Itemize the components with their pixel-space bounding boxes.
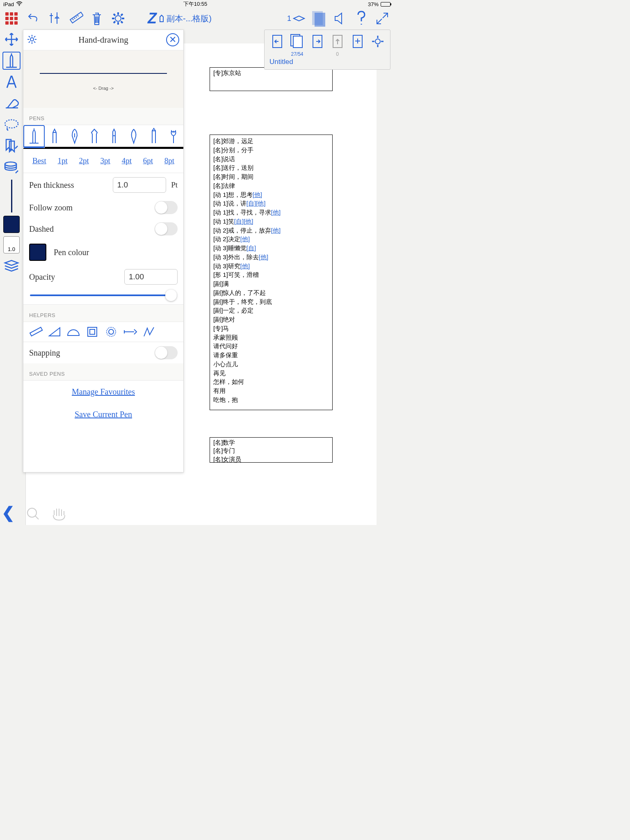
size-option[interactable]: 1pt xyxy=(57,156,67,165)
pen-type-highlighter[interactable] xyxy=(144,125,164,148)
page-upload-icon[interactable] xyxy=(327,32,347,51)
svg-rect-16 xyxy=(30,327,42,336)
opacity-slider[interactable] xyxy=(23,289,183,305)
pages-icon[interactable] xyxy=(310,10,326,27)
size-option[interactable]: Best xyxy=(32,156,46,165)
status-time: 下午10:55 xyxy=(183,0,208,8)
bookmarks-icon[interactable] xyxy=(2,137,21,155)
stroke-preview xyxy=(11,180,12,212)
close-icon[interactable] xyxy=(166,33,179,46)
move-icon[interactable] xyxy=(2,30,21,48)
svg-rect-7 xyxy=(293,36,302,48)
snapping-toggle[interactable] xyxy=(155,346,178,359)
panel-settings-icon[interactable] xyxy=(27,34,37,46)
svg-point-19 xyxy=(107,327,116,336)
thickness-input[interactable] xyxy=(113,177,166,193)
trash-icon[interactable] xyxy=(89,10,105,27)
svg-rect-18 xyxy=(90,329,95,334)
follow-zoom-toggle[interactable] xyxy=(155,201,178,214)
page-settings-icon[interactable] xyxy=(368,32,388,51)
collapse-chevron-icon[interactable]: ❮ xyxy=(2,504,15,522)
opacity-row: Opacity xyxy=(23,265,183,289)
svg-point-12 xyxy=(375,39,380,44)
wifi-icon xyxy=(16,1,23,7)
table-cell: [名]数学[名]专门[名]女演员 xyxy=(210,437,333,463)
table-cell: [名]郊游，远足[名]分别，分手[名]说话[名]送行，送别[名]时间，期间[名]… xyxy=(210,135,333,410)
help-icon[interactable] xyxy=(353,10,369,27)
section-label: PENS xyxy=(23,108,183,125)
pen-tool-icon[interactable] xyxy=(2,52,21,70)
triangle-helper-icon[interactable] xyxy=(46,324,63,339)
pen-type-brush[interactable] xyxy=(124,125,144,148)
svg-rect-17 xyxy=(88,327,97,336)
protractor-helper-icon[interactable] xyxy=(65,324,82,339)
size-option[interactable]: 8pt xyxy=(164,156,174,165)
page-prev-icon[interactable] xyxy=(267,32,287,51)
pen-colour-row: Pen colour xyxy=(23,240,183,265)
helper-row xyxy=(23,322,183,342)
color-swatch-secondary[interactable]: 1.0 xyxy=(3,236,20,253)
battery-label: 37% xyxy=(368,1,379,7)
size-option[interactable]: 3pt xyxy=(100,156,110,165)
bottom-tools xyxy=(25,506,68,522)
tape-helper-icon[interactable] xyxy=(122,324,138,339)
document-title[interactable]: 副本-...格版) xyxy=(167,13,212,24)
status-bar: iPad 下午10:55 37% xyxy=(0,0,394,8)
pen-type-pencil[interactable] xyxy=(45,125,64,148)
square-helper-icon[interactable] xyxy=(84,324,100,339)
layers-icon[interactable] xyxy=(2,158,21,176)
nav-doc-name[interactable]: Untitled xyxy=(267,57,388,67)
pen-type-marker[interactable] xyxy=(84,125,104,148)
page-indicator[interactable]: 1 xyxy=(287,14,305,23)
pen-type-calligraphy[interactable] xyxy=(164,125,183,148)
stroke-preview-area[interactable]: <- Drag -> xyxy=(23,50,183,108)
page-stack-icon[interactable] xyxy=(287,32,307,51)
apps-grid-icon[interactable] xyxy=(3,10,20,27)
opacity-input[interactable] xyxy=(124,269,178,285)
page-add-icon[interactable] xyxy=(347,32,368,51)
device-label: iPad xyxy=(3,1,14,7)
svg-point-0 xyxy=(19,5,20,6)
pen-type-row xyxy=(23,125,183,149)
snapping-row: Snapping xyxy=(23,342,183,363)
size-option[interactable]: 2pt xyxy=(79,156,89,165)
size-option[interactable]: 4pt xyxy=(122,156,132,165)
svg-point-15 xyxy=(30,38,34,41)
follow-zoom-row: Follow zoom xyxy=(23,197,183,218)
ruler-helper-icon[interactable] xyxy=(27,324,44,339)
app-logo: Z 副本-...格版) xyxy=(148,10,212,27)
top-toolbar: Z 副本-...格版) 1 xyxy=(0,8,394,29)
dashed-row: Dashed xyxy=(23,218,183,240)
stack-icon[interactable] xyxy=(2,257,21,275)
pen-colour-swatch[interactable] xyxy=(29,244,46,261)
ruler-icon[interactable] xyxy=(67,10,84,27)
svg-point-2 xyxy=(115,16,121,21)
color-swatch-primary[interactable] xyxy=(3,216,20,233)
section-label: SAVED PENS xyxy=(23,363,183,381)
svg-point-21 xyxy=(27,508,37,517)
zigzag-helper-icon[interactable] xyxy=(141,324,157,339)
svg-rect-4 xyxy=(315,13,325,26)
tools-icon[interactable] xyxy=(46,10,62,27)
pen-type-ballpoint[interactable] xyxy=(23,125,45,148)
size-option[interactable]: 6pt xyxy=(143,156,153,165)
battery-icon xyxy=(381,2,390,7)
text-icon[interactable] xyxy=(2,73,21,91)
page-next-icon[interactable] xyxy=(307,32,327,51)
hand-icon[interactable] xyxy=(50,506,68,522)
expand-icon[interactable] xyxy=(374,10,390,27)
thickness-row: Pen thickness Pt xyxy=(23,173,183,197)
zoom-icon[interactable] xyxy=(25,506,41,522)
circle-helper-icon[interactable] xyxy=(103,324,119,339)
pen-type-fine[interactable] xyxy=(104,125,124,148)
page-navigator: 27/540 Untitled xyxy=(264,30,390,70)
manage-favourites-link[interactable]: Manage Favourites xyxy=(72,387,135,396)
pen-type-fountain[interactable] xyxy=(65,125,84,148)
save-pen-link[interactable]: Save Current Pen xyxy=(75,410,132,419)
undo-icon[interactable] xyxy=(25,10,41,27)
speaker-icon[interactable] xyxy=(331,10,348,27)
eraser-icon[interactable] xyxy=(2,94,21,112)
lasso-icon[interactable] xyxy=(2,116,21,134)
gear-icon[interactable] xyxy=(110,10,126,27)
dashed-toggle[interactable] xyxy=(155,222,178,235)
